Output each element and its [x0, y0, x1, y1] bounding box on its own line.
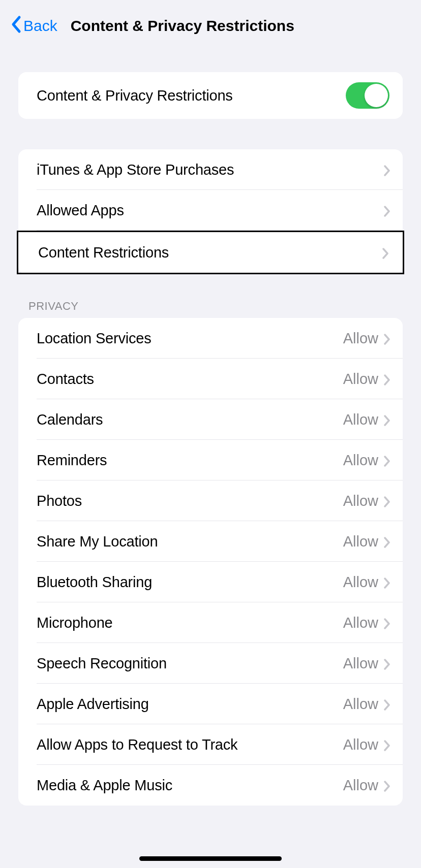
privacy-item-label: Apple Advertising — [37, 696, 149, 713]
privacy-item-reminders[interactable]: Reminders Allow — [18, 440, 403, 480]
chevron-right-icon — [383, 414, 389, 425]
page-title: Content & Privacy Restrictions — [71, 17, 294, 35]
privacy-item-location-services[interactable]: Location Services Allow — [18, 318, 403, 359]
privacy-section-header: Privacy — [0, 300, 421, 318]
back-label: Back — [23, 17, 57, 35]
content-privacy-toggle-row[interactable]: Content & Privacy Restrictions — [18, 72, 403, 119]
privacy-item-label: Microphone — [37, 615, 113, 631]
privacy-item-apple-advertising[interactable]: Apple Advertising Allow — [18, 684, 403, 724]
privacy-item-bluetooth-sharing[interactable]: Bluetooth Sharing Allow — [18, 562, 403, 602]
chevron-right-icon — [383, 780, 389, 790]
privacy-item-value: Allow — [343, 696, 378, 713]
content-privacy-toggle[interactable] — [346, 82, 389, 109]
chevron-right-icon — [383, 496, 389, 506]
chevron-right-icon — [383, 699, 389, 709]
privacy-item-calendars[interactable]: Calendars Allow — [18, 399, 403, 440]
privacy-item-value: Allow — [343, 330, 378, 347]
privacy-item-label: Contacts — [37, 371, 94, 388]
privacy-item-label: Allow Apps to Request to Track — [37, 736, 237, 753]
nav-item-content-restrictions-highlight: Content Restrictions — [17, 231, 404, 274]
privacy-item-label: Photos — [37, 493, 82, 509]
privacy-item-speech-recognition[interactable]: Speech Recognition Allow — [18, 643, 403, 684]
back-button[interactable]: Back — [10, 15, 57, 37]
nav-header: Back Content & Privacy Restrictions — [0, 0, 421, 47]
privacy-item-label: Bluetooth Sharing — [37, 574, 152, 591]
toggle-section: Content & Privacy Restrictions — [18, 72, 403, 119]
privacy-item-value: Allow — [343, 371, 378, 388]
chevron-right-icon — [382, 247, 388, 258]
nav-item-allowed-apps[interactable]: Allowed Apps — [18, 190, 403, 231]
nav-item-content-restrictions[interactable]: Content Restrictions — [18, 232, 403, 273]
privacy-item-value: Allow — [343, 574, 378, 591]
privacy-item-value: Allow — [343, 411, 378, 428]
privacy-item-photos[interactable]: Photos Allow — [18, 480, 403, 521]
nav-item-label: Allowed Apps — [37, 202, 124, 219]
chevron-right-icon — [383, 455, 389, 465]
privacy-item-microphone[interactable]: Microphone Allow — [18, 602, 403, 643]
privacy-item-value: Allow — [343, 736, 378, 753]
chevron-right-icon — [383, 374, 389, 384]
home-indicator[interactable] — [139, 856, 282, 861]
privacy-item-value: Allow — [343, 655, 378, 672]
privacy-item-value: Allow — [343, 777, 378, 794]
chevron-right-icon — [383, 536, 389, 546]
toggle-label: Content & Privacy Restrictions — [37, 87, 233, 104]
privacy-section: Location Services Allow Contacts Allow C… — [18, 318, 403, 806]
chevron-right-icon — [383, 618, 389, 628]
privacy-item-value: Allow — [343, 452, 378, 469]
privacy-item-value: Allow — [343, 493, 378, 509]
privacy-item-label: Calendars — [37, 411, 103, 428]
privacy-item-label: Media & Apple Music — [37, 777, 172, 794]
chevron-left-icon — [10, 15, 21, 37]
privacy-item-media-apple-music[interactable]: Media & Apple Music Allow — [18, 765, 403, 806]
privacy-item-share-my-location[interactable]: Share My Location Allow — [18, 521, 403, 562]
nav-item-itunes-appstore[interactable]: iTunes & App Store Purchases — [18, 149, 403, 190]
privacy-item-label: Share My Location — [37, 533, 158, 550]
chevron-right-icon — [383, 165, 389, 175]
privacy-item-allow-apps-track[interactable]: Allow Apps to Request to Track Allow — [18, 724, 403, 765]
privacy-item-contacts[interactable]: Contacts Allow — [18, 359, 403, 399]
nav-section: iTunes & App Store Purchases Allowed App… — [18, 149, 403, 274]
privacy-item-label: Speech Recognition — [37, 655, 167, 672]
chevron-right-icon — [383, 658, 389, 668]
chevron-right-icon — [383, 577, 389, 587]
chevron-right-icon — [383, 740, 389, 750]
chevron-right-icon — [383, 205, 389, 215]
privacy-item-value: Allow — [343, 615, 378, 631]
privacy-item-label: Location Services — [37, 330, 152, 347]
privacy-item-label: Reminders — [37, 452, 107, 469]
privacy-item-value: Allow — [343, 533, 378, 550]
toggle-knob — [365, 84, 388, 107]
chevron-right-icon — [383, 333, 389, 343]
nav-item-label: Content Restrictions — [38, 244, 169, 261]
nav-item-label: iTunes & App Store Purchases — [37, 162, 234, 178]
